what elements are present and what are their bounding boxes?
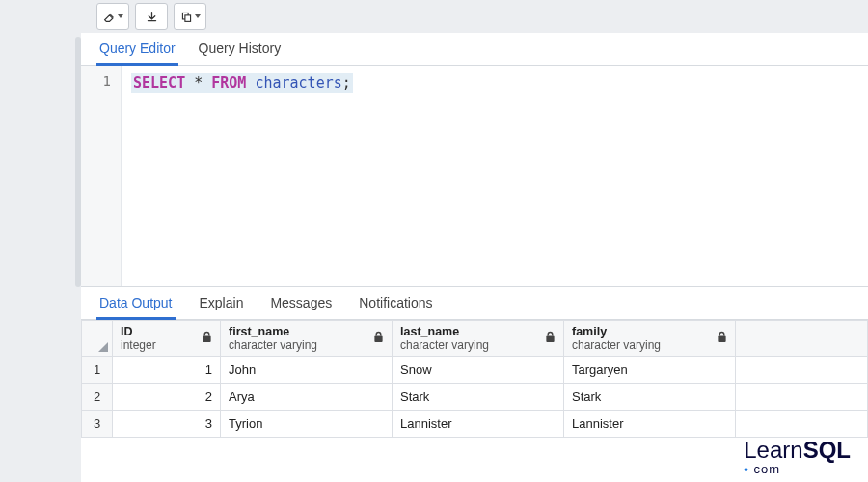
- cell-last-name[interactable]: Stark: [393, 384, 564, 411]
- column-name: last_name: [400, 325, 556, 338]
- download-icon: [146, 11, 158, 23]
- cell-last-name[interactable]: Snow: [393, 357, 564, 384]
- cell-first-name[interactable]: Tyrion: [221, 411, 393, 438]
- column-type: character varying: [229, 338, 384, 352]
- tab-messages[interactable]: Messages: [267, 288, 335, 319]
- cell-first-name[interactable]: Arya: [221, 384, 393, 411]
- sql-star: *: [194, 74, 203, 92]
- chevron-down-icon: [195, 14, 201, 18]
- cell-first-name[interactable]: John: [221, 357, 393, 384]
- row-number: 1: [82, 357, 113, 384]
- tab-query-editor[interactable]: Query Editor: [96, 34, 178, 65]
- column-header-empty: [736, 321, 868, 357]
- svg-rect-1: [184, 14, 190, 21]
- sql-keyword: SELECT: [133, 74, 185, 92]
- chevron-down-icon: [118, 14, 123, 18]
- column-type: character varying: [400, 338, 556, 352]
- svg-rect-5: [718, 336, 725, 342]
- copy-icon: [180, 11, 193, 23]
- result-tabs: Data Output Explain Messages Notificatio…: [81, 287, 868, 320]
- lock-icon: [717, 331, 727, 346]
- cell-empty: [736, 411, 868, 438]
- column-name: first_name: [229, 325, 384, 338]
- left-gutter: [0, 0, 81, 482]
- table-row[interactable]: 3 3 Tyrion Lannister Lannister: [82, 411, 868, 438]
- lock-icon: [202, 331, 212, 346]
- cell-empty: [736, 357, 868, 384]
- toolbar: [81, 0, 868, 33]
- line-gutter: 1: [81, 66, 122, 287]
- cell-id[interactable]: 2: [113, 384, 221, 411]
- cell-family[interactable]: Stark: [564, 384, 736, 411]
- result-table: ID integer first_name character varying …: [81, 320, 868, 438]
- code-editor[interactable]: 1 SELECT * FROM characters;: [81, 66, 868, 287]
- column-type: character varying: [572, 338, 727, 352]
- cell-id[interactable]: 1: [113, 357, 221, 384]
- row-number: 2: [82, 384, 113, 411]
- column-header-family[interactable]: family character varying: [564, 321, 736, 357]
- tab-query-history[interactable]: Query History: [196, 34, 285, 65]
- result-grid: ID integer first_name character varying …: [81, 320, 868, 438]
- app-root: Query Editor Query History 1 SELECT * FR…: [0, 0, 868, 482]
- column-type: integer: [121, 338, 212, 352]
- tab-explain[interactable]: Explain: [197, 288, 247, 319]
- row-number-header[interactable]: [82, 321, 113, 357]
- tab-data-output[interactable]: Data Output: [96, 288, 176, 319]
- lock-icon: [545, 331, 556, 346]
- svg-rect-2: [203, 336, 210, 342]
- column-header-id[interactable]: ID integer: [113, 321, 221, 357]
- sql-punct: ;: [342, 74, 351, 92]
- lock-icon: [373, 331, 384, 346]
- column-name: family: [572, 325, 727, 338]
- eraser-button[interactable]: [96, 3, 129, 30]
- line-number: 1: [81, 73, 121, 93]
- column-header-last-name[interactable]: last_name character varying: [393, 321, 564, 357]
- main-panel: Query Editor Query History 1 SELECT * FR…: [81, 0, 868, 482]
- triangle-icon: [98, 342, 108, 352]
- divider: [81, 286, 868, 287]
- eraser-icon: [103, 11, 116, 23]
- svg-rect-4: [546, 336, 554, 342]
- cell-family[interactable]: Lannister: [564, 411, 736, 438]
- cell-family[interactable]: Targaryen: [564, 357, 736, 384]
- code-area[interactable]: SELECT * FROM characters;: [122, 66, 868, 287]
- watermark-sub: • com: [744, 462, 851, 476]
- watermark-brand: LearnSQL: [744, 437, 851, 464]
- watermark: LearnSQL • com: [744, 437, 851, 476]
- sql-identifier: characters: [255, 74, 341, 92]
- cell-last-name[interactable]: Lannister: [393, 411, 564, 438]
- column-header-first-name[interactable]: first_name character varying: [221, 321, 393, 357]
- copy-button[interactable]: [174, 3, 206, 30]
- sql-line: SELECT * FROM characters;: [131, 73, 353, 93]
- svg-rect-3: [374, 336, 382, 342]
- tab-notifications[interactable]: Notifications: [356, 288, 435, 319]
- table-row[interactable]: 2 2 Arya Stark Stark: [82, 384, 868, 411]
- cell-empty: [736, 384, 868, 411]
- download-button[interactable]: [135, 3, 168, 30]
- cell-id[interactable]: 3: [113, 411, 221, 438]
- row-number: 3: [82, 411, 113, 438]
- table-row[interactable]: 1 1 John Snow Targaryen: [82, 357, 868, 384]
- result-rows: 1 1 John Snow Targaryen 2 2 Arya Stark S…: [82, 357, 868, 438]
- query-tabs: Query Editor Query History: [81, 33, 868, 66]
- sql-keyword: FROM: [211, 74, 246, 92]
- column-name: ID: [121, 325, 212, 338]
